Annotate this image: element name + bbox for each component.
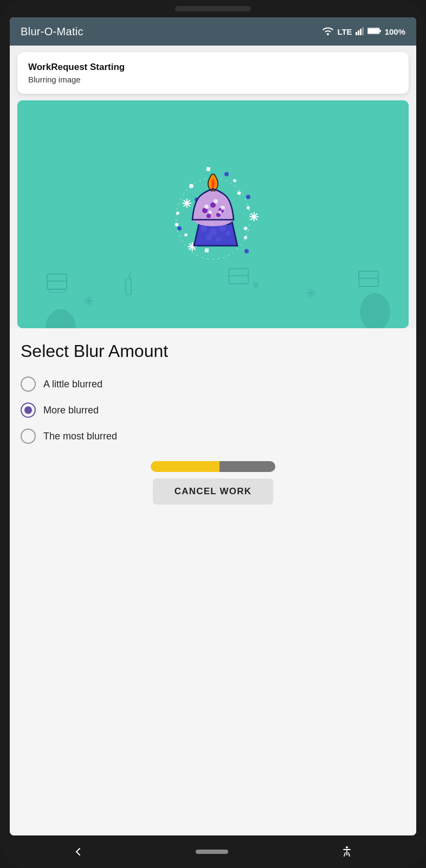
battery-percent: 100% (385, 27, 405, 36)
svg-point-12 (360, 293, 390, 328)
blur-title: Select Blur Amount (21, 341, 405, 361)
svg-text:✳: ✳ (249, 210, 259, 224)
svg-point-57 (224, 172, 229, 176)
svg-rect-3 (360, 29, 362, 35)
svg-point-67 (225, 231, 231, 236)
progress-empty (220, 461, 276, 472)
phone-outer: Blur-O-Matic LTE (0, 0, 426, 868)
svg-point-42 (189, 184, 193, 188)
svg-rect-4 (362, 27, 364, 35)
accessibility-button[interactable] (340, 845, 353, 858)
app-title: Blur-O-Matic (21, 25, 83, 38)
cancel-btn-container: CANCEL WORK (21, 478, 405, 505)
notification-card: WorkRequest Starting Blurring image (17, 52, 409, 94)
svg-point-76 (221, 206, 225, 210)
svg-rect-49 (237, 191, 241, 195)
phone-notch-bar (0, 0, 426, 17)
svg-point-78 (218, 210, 222, 214)
svg-point-47 (244, 236, 247, 239)
svg-rect-2 (358, 30, 359, 35)
status-bar: Blur-O-Matic LTE (10, 17, 416, 46)
radio-label-most: The most blurred (43, 431, 117, 442)
phone-notch (175, 6, 251, 11)
svg-rect-7 (379, 30, 381, 32)
progress-container (21, 461, 405, 472)
svg-point-72 (206, 214, 211, 218)
svg-point-58 (177, 226, 182, 231)
svg-text:✳: ✳ (182, 197, 192, 210)
progress-bar (151, 461, 275, 472)
status-icons: LTE (322, 27, 405, 37)
svg-rect-51 (205, 248, 209, 253)
notification-subtitle: Blurring image (28, 75, 398, 84)
svg-point-74 (204, 205, 209, 209)
cancel-work-button[interactable]: CANCEL WORK (153, 478, 273, 505)
progress-filled (151, 461, 220, 472)
phone-screen: Blur-O-Matic LTE (10, 17, 416, 835)
bottom-nav (0, 835, 426, 868)
svg-rect-6 (368, 29, 379, 33)
home-button[interactable] (196, 850, 228, 854)
radio-circle-most (21, 429, 36, 444)
svg-rect-1 (356, 32, 357, 35)
svg-line-31 (128, 271, 131, 278)
blur-options: A little blurred More blurred The most b… (21, 372, 405, 448)
svg-point-62 (201, 225, 207, 232)
radio-more-blurred[interactable]: More blurred (21, 398, 405, 422)
radio-most-blurred[interactable]: The most blurred (21, 424, 405, 448)
radio-label-little: A little blurred (43, 379, 102, 390)
svg-point-77 (209, 210, 212, 214)
svg-rect-30 (126, 278, 131, 295)
svg-rect-48 (206, 167, 210, 171)
svg-point-66 (216, 237, 221, 242)
notification-title: WorkRequest Starting (28, 62, 398, 73)
svg-point-0 (327, 33, 329, 35)
cupcake-image: ✳ ✳ ✳ (143, 143, 283, 286)
svg-text:✳: ✳ (305, 285, 317, 302)
svg-rect-52 (243, 226, 248, 231)
signal-icon (356, 27, 364, 37)
radio-inner-more (24, 406, 32, 414)
cupcake-background: ✳ ✳ ✳ ✳ (17, 100, 409, 328)
radio-circle-little (21, 376, 36, 392)
svg-point-46 (184, 233, 188, 237)
radio-little-blurred[interactable]: A little blurred (21, 372, 405, 396)
radio-circle-more (21, 403, 36, 418)
radio-label-more: More blurred (43, 405, 99, 416)
svg-point-65 (205, 234, 212, 241)
home-pill (196, 850, 228, 854)
svg-point-79 (346, 846, 348, 848)
svg-point-44 (247, 206, 250, 209)
back-button[interactable] (73, 846, 83, 857)
svg-point-59 (246, 195, 250, 199)
svg-point-8 (46, 309, 76, 328)
wifi-icon (322, 27, 334, 37)
svg-point-64 (219, 225, 225, 232)
svg-point-45 (176, 212, 179, 215)
svg-point-60 (244, 249, 249, 253)
image-container: ✳ ✳ ✳ ✳ (17, 100, 409, 328)
svg-text:✳: ✳ (82, 293, 95, 310)
lte-label: LTE (337, 27, 352, 36)
battery-icon (367, 27, 382, 36)
svg-point-43 (233, 179, 236, 182)
svg-point-75 (214, 199, 218, 203)
controls-area: Select Blur Amount A little blurred More… (10, 328, 416, 835)
